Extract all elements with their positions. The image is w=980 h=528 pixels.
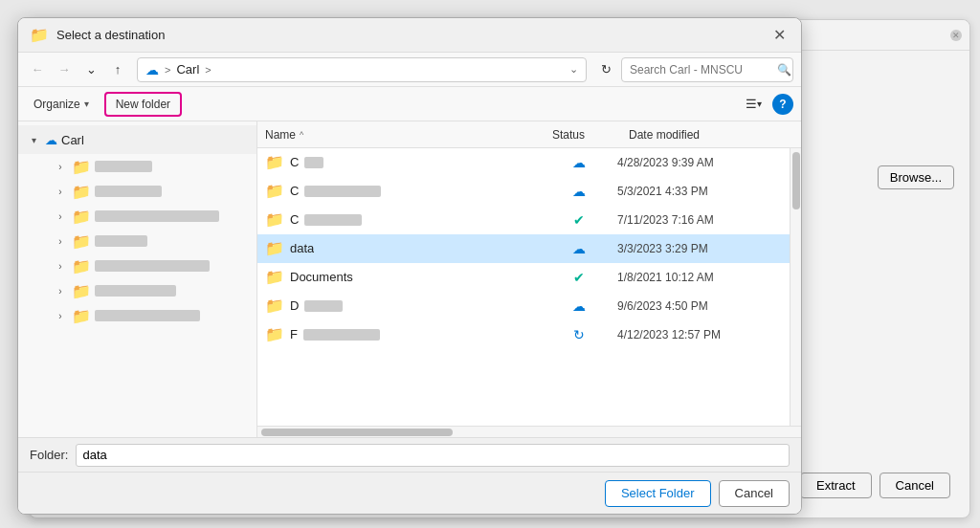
forward-button[interactable]: → bbox=[53, 58, 76, 81]
help-button[interactable]: ? bbox=[772, 94, 793, 115]
file-date-cell: 9/6/2023 4:50 PM bbox=[617, 299, 770, 313]
file-list: 📁 C ☁ 4/28/2023 9:39 AM 📁 C bbox=[257, 148, 790, 426]
folder-icon: 📁 bbox=[72, 158, 91, 176]
horizontal-scrollbar[interactable] bbox=[257, 426, 801, 437]
vertical-scrollbar[interactable] bbox=[790, 148, 801, 426]
folder-icon: 📁 bbox=[265, 297, 284, 315]
new-folder-button[interactable]: New folder bbox=[104, 92, 182, 117]
table-row[interactable]: 📁 D ☁ 9/6/2023 4:50 PM bbox=[257, 292, 790, 320]
folder-icon: 📁 bbox=[72, 282, 91, 300]
table-row[interactable]: 📁 data ☁ 3/3/2023 3:29 PM bbox=[257, 234, 790, 263]
sidebar: ▾ ☁ Carl › 📁 › 📁 › 📁 › bbox=[18, 121, 257, 437]
select-destination-dialog: 📁 Select a destination ✕ ← → ⌄ ↑ ☁ > Car… bbox=[17, 17, 802, 515]
bottom-buttons: Select Folder Cancel bbox=[18, 472, 801, 514]
refresh-button[interactable]: ↻ bbox=[594, 58, 617, 81]
folder-input[interactable] bbox=[76, 444, 790, 467]
table-row[interactable]: 📁 C ☁ 4/28/2023 9:39 AM bbox=[257, 148, 790, 177]
sidebar-item-label bbox=[95, 210, 219, 222]
navbar: ← → ⌄ ↑ ☁ > Carl > ⌄ ↻ 🔍 bbox=[18, 53, 801, 87]
folder-icon: 📁 bbox=[265, 239, 284, 257]
address-bar[interactable]: ☁ > Carl > ⌄ bbox=[137, 57, 587, 82]
sidebar-item-chevron: › bbox=[53, 261, 68, 272]
file-name-blurred bbox=[304, 186, 381, 197]
view-options-button[interactable]: ☰ ▾ bbox=[742, 93, 765, 116]
folder-bar: Folder: bbox=[18, 437, 801, 472]
address-chevron-icon: > bbox=[205, 64, 211, 76]
col-header-date[interactable]: Date modified bbox=[629, 128, 782, 142]
sidebar-item-chevron: › bbox=[53, 311, 68, 321]
file-name-cell: 📁 C bbox=[265, 210, 541, 229]
organize-button[interactable]: Organize ▾ bbox=[26, 92, 97, 117]
organize-label: Organize bbox=[33, 98, 80, 111]
folder-icon: 📁 bbox=[72, 307, 91, 325]
file-name-cell: 📁 C bbox=[265, 153, 541, 171]
file-name-text: C bbox=[290, 212, 299, 227]
scrollbar-thumb bbox=[792, 152, 800, 209]
list-item[interactable]: › 📁 bbox=[18, 278, 256, 303]
table-row[interactable]: 📁 C ✔ 7/11/2023 7:16 AM bbox=[257, 206, 790, 234]
list-item[interactable]: › 📁 bbox=[18, 303, 256, 328]
dropdown-nav-button[interactable]: ⌄ bbox=[79, 58, 102, 81]
folder-icon: 📁 bbox=[265, 268, 284, 286]
address-path-text: Carl bbox=[176, 62, 199, 77]
up-button[interactable]: ↑ bbox=[106, 58, 129, 81]
file-date-cell: 3/3/2023 3:29 PM bbox=[617, 242, 770, 255]
dialog-title: Select a destination bbox=[56, 28, 761, 42]
back-button[interactable]: ← bbox=[26, 58, 49, 81]
file-date-cell: 5/3/2021 4:33 PM bbox=[617, 185, 770, 198]
search-icon: 🔍 bbox=[777, 63, 791, 77]
content-area: ▾ ☁ Carl › 📁 › 📁 › 📁 › bbox=[18, 121, 801, 437]
sidebar-item-label bbox=[95, 285, 176, 297]
toolbar: Organize ▾ New folder ☰ ▾ ? bbox=[18, 87, 801, 121]
address-dropdown-icon[interactable]: ⌄ bbox=[569, 63, 578, 76]
col-header-name[interactable]: Name ^ bbox=[265, 128, 552, 142]
file-status-cell: ✔ bbox=[541, 270, 617, 285]
folder-icon: 📁 bbox=[265, 210, 284, 229]
file-name-cell: 📁 C bbox=[265, 182, 541, 200]
file-name-text: data bbox=[290, 241, 314, 255]
list-item[interactable]: › 📁 bbox=[18, 253, 256, 278]
file-list-header: Name ^ Status Date modified bbox=[257, 121, 801, 148]
file-status-cell: ☁ bbox=[541, 241, 617, 256]
file-status-cell: ↻ bbox=[541, 327, 617, 342]
view-dropdown-icon: ▾ bbox=[757, 99, 762, 109]
browse-button[interactable]: Browse... bbox=[878, 165, 954, 189]
file-name-cell: 📁 Documents bbox=[265, 268, 541, 286]
sidebar-cloud-icon: ☁ bbox=[45, 133, 57, 147]
sidebar-item-label bbox=[95, 161, 152, 172]
folder-icon: 📁 bbox=[72, 208, 91, 226]
sidebar-root-item[interactable]: ▾ ☁ Carl bbox=[18, 125, 256, 154]
bg-bottom-buttons: Extract Cancel bbox=[800, 473, 950, 498]
bg-close-icon: ✕ bbox=[950, 30, 962, 41]
table-row[interactable]: 📁 Documents ✔ 1/8/2021 10:12 AM bbox=[257, 263, 790, 292]
sidebar-root-chevron: ▾ bbox=[26, 135, 41, 145]
list-item[interactable]: › 📁 bbox=[18, 204, 256, 229]
dialog-icon: 📁 bbox=[30, 26, 49, 44]
file-name-text: C bbox=[290, 155, 299, 169]
file-name-text: D bbox=[290, 298, 299, 313]
list-item[interactable]: › 📁 bbox=[18, 154, 256, 179]
list-item[interactable]: › 📁 bbox=[18, 179, 256, 204]
search-input[interactable] bbox=[630, 63, 773, 77]
sidebar-item-label bbox=[95, 310, 200, 321]
sidebar-item-chevron: › bbox=[53, 286, 68, 297]
folder-icon: 📁 bbox=[265, 153, 284, 171]
dialog-close-button[interactable]: ✕ bbox=[768, 25, 790, 46]
file-date-cell: 7/11/2023 7:16 AM bbox=[617, 213, 770, 227]
folder-icon: 📁 bbox=[265, 182, 284, 200]
sidebar-item-label bbox=[95, 186, 162, 197]
sort-arrow-icon: ^ bbox=[300, 130, 303, 140]
file-name-text: Documents bbox=[290, 270, 353, 284]
cancel-bg-button[interactable]: Cancel bbox=[880, 473, 950, 498]
address-cloud-icon: ☁ bbox=[145, 62, 159, 77]
cancel-button[interactable]: Cancel bbox=[719, 480, 790, 507]
view-icon: ☰ bbox=[746, 97, 757, 111]
table-row[interactable]: 📁 F ↻ 4/12/2023 12:57 PM bbox=[257, 320, 790, 349]
organize-chevron-icon: ▾ bbox=[84, 99, 89, 109]
table-row[interactable]: 📁 C ☁ 5/3/2021 4:33 PM bbox=[257, 177, 790, 206]
select-folder-button[interactable]: Select Folder bbox=[605, 480, 711, 507]
col-header-status[interactable]: Status bbox=[552, 128, 629, 142]
extract-button[interactable]: Extract bbox=[800, 473, 871, 498]
search-box[interactable]: 🔍 bbox=[621, 57, 793, 82]
list-item[interactable]: › 📁 bbox=[18, 229, 256, 253]
